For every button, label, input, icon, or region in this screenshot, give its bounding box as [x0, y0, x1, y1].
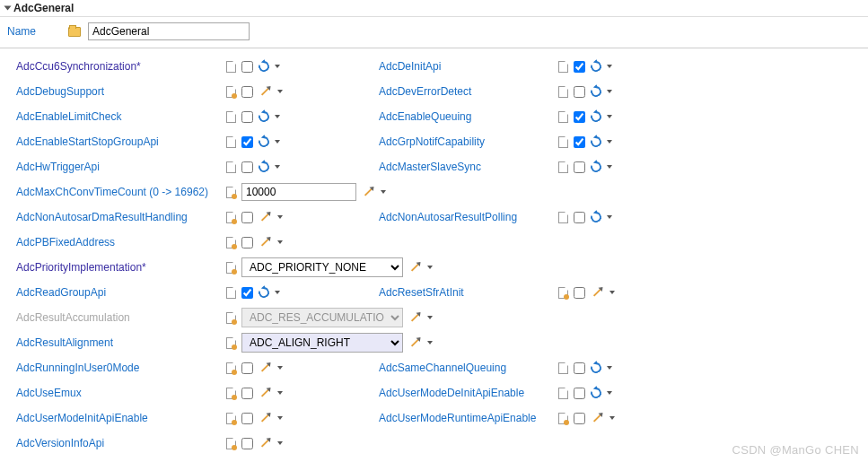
property-label[interactable]: AdcCcu6Synchronization*: [11, 60, 226, 73]
doc-icon[interactable]: [558, 362, 568, 374]
property-label[interactable]: AdcHwTriggerApi: [11, 161, 226, 173]
checkbox[interactable]: [241, 438, 253, 449]
property-label[interactable]: AdcReadGroupApi: [11, 286, 226, 299]
doc-icon[interactable]: [226, 438, 236, 449]
pencil-icon[interactable]: [411, 338, 419, 346]
pencil-icon[interactable]: [261, 363, 269, 371]
chevron-down-icon[interactable]: [609, 291, 615, 294]
property-label[interactable]: AdcVersionInfoApi: [11, 437, 226, 449]
folder-icon[interactable]: [68, 27, 81, 37]
property-label[interactable]: AdcMasterSlaveSync: [379, 161, 558, 173]
chevron-down-icon[interactable]: [277, 391, 283, 395]
pencil-icon[interactable]: [593, 288, 601, 296]
chevron-down-icon[interactable]: [277, 366, 283, 370]
property-label[interactable]: AdcUseEmux: [11, 387, 226, 399]
pencil-icon[interactable]: [261, 238, 269, 246]
chevron-down-icon[interactable]: [275, 291, 280, 294]
chevron-down-icon[interactable]: [607, 90, 612, 93]
doc-icon[interactable]: [558, 413, 568, 424]
doc-icon[interactable]: [558, 111, 568, 123]
checkbox[interactable]: [241, 61, 253, 73]
doc-icon[interactable]: [558, 287, 568, 299]
refresh-icon[interactable]: [589, 160, 603, 174]
checkbox[interactable]: [574, 287, 585, 299]
doc-icon[interactable]: [226, 262, 236, 274]
chevron-down-icon[interactable]: [277, 90, 283, 93]
checkbox[interactable]: [241, 287, 253, 299]
chevron-down-icon[interactable]: [277, 240, 283, 244]
pencil-icon[interactable]: [364, 187, 373, 196]
doc-icon[interactable]: [558, 61, 568, 73]
pencil-icon[interactable]: [261, 414, 269, 422]
chevron-down-icon[interactable]: [275, 115, 280, 118]
chevron-down-icon[interactable]: [277, 215, 283, 219]
property-label[interactable]: AdcRunningInUser0Mode: [11, 362, 226, 374]
doc-icon[interactable]: [226, 212, 236, 223]
value-select[interactable]: ADC_ALIGN_RIGHT: [241, 333, 403, 353]
doc-icon[interactable]: [226, 61, 236, 73]
doc-icon[interactable]: [558, 86, 568, 98]
doc-icon[interactable]: [226, 362, 236, 374]
chevron-down-icon[interactable]: [275, 165, 280, 169]
checkbox[interactable]: [241, 362, 253, 374]
chevron-down-icon[interactable]: [427, 341, 433, 344]
property-label[interactable]: AdcMaxChConvTimeCount (0 -> 16962): [11, 186, 226, 198]
pencil-icon[interactable]: [261, 213, 269, 221]
checkbox[interactable]: [241, 111, 253, 123]
property-label[interactable]: AdcNonAutosarDmaResultHandling: [11, 211, 226, 223]
checkbox[interactable]: [241, 237, 253, 248]
pencil-icon[interactable]: [261, 439, 269, 447]
property-label[interactable]: AdcPBFixedAddress: [11, 236, 226, 248]
chevron-down-icon[interactable]: [607, 140, 612, 144]
checkbox[interactable]: [574, 136, 585, 148]
value-input[interactable]: [241, 183, 356, 201]
doc-icon[interactable]: [226, 161, 236, 173]
checkbox[interactable]: [241, 212, 253, 223]
doc-icon[interactable]: [226, 287, 236, 299]
refresh-icon[interactable]: [589, 361, 603, 375]
pencil-icon[interactable]: [593, 414, 601, 422]
chevron-down-icon[interactable]: [277, 441, 283, 445]
refresh-icon[interactable]: [257, 160, 271, 174]
doc-icon[interactable]: [558, 161, 568, 173]
chevron-down-icon[interactable]: [607, 391, 612, 395]
property-label[interactable]: AdcDeInitApi: [379, 60, 558, 73]
checkbox[interactable]: [574, 413, 585, 424]
pencil-icon[interactable]: [261, 87, 269, 95]
chevron-down-icon[interactable]: [607, 366, 612, 370]
doc-icon[interactable]: [226, 337, 236, 349]
property-label[interactable]: AdcDebugSupport: [11, 85, 226, 98]
chevron-down-icon[interactable]: [277, 416, 283, 420]
doc-icon[interactable]: [558, 212, 568, 223]
doc-icon[interactable]: [226, 312, 236, 324]
chevron-down-icon[interactable]: [607, 115, 612, 118]
property-label[interactable]: AdcNonAutosarResultPolling: [379, 211, 558, 223]
doc-icon[interactable]: [226, 187, 236, 198]
refresh-icon[interactable]: [589, 84, 603, 99]
doc-icon[interactable]: [226, 388, 236, 399]
pencil-icon[interactable]: [411, 263, 419, 271]
checkbox[interactable]: [574, 61, 585, 73]
chevron-down-icon[interactable]: [427, 316, 433, 319]
checkbox[interactable]: [574, 388, 585, 399]
property-label[interactable]: AdcEnableQueuing: [379, 110, 558, 123]
property-label[interactable]: AdcResultAlignment: [11, 336, 226, 349]
checkbox[interactable]: [241, 136, 253, 148]
property-label[interactable]: AdcEnableLimitCheck: [11, 110, 226, 123]
checkbox[interactable]: [241, 413, 253, 424]
refresh-icon[interactable]: [257, 285, 271, 300]
property-label[interactable]: AdcResetSfrAtInit: [379, 286, 558, 299]
chevron-down-icon[interactable]: [275, 65, 280, 68]
property-label[interactable]: AdcResultAccumulation: [11, 311, 226, 324]
refresh-icon[interactable]: [589, 386, 603, 400]
name-input[interactable]: [88, 22, 250, 40]
property-label[interactable]: AdcUserModeRuntimeApiEnable: [379, 412, 558, 424]
refresh-icon[interactable]: [589, 210, 603, 224]
refresh-icon[interactable]: [257, 135, 271, 149]
property-label[interactable]: AdcUserModeInitApiEnable: [11, 412, 226, 424]
chevron-down-icon[interactable]: [607, 165, 612, 169]
checkbox[interactable]: [574, 86, 585, 98]
property-label[interactable]: AdcGrpNotifCapability: [379, 135, 558, 148]
pencil-icon[interactable]: [261, 388, 269, 397]
pencil-icon[interactable]: [411, 313, 419, 321]
